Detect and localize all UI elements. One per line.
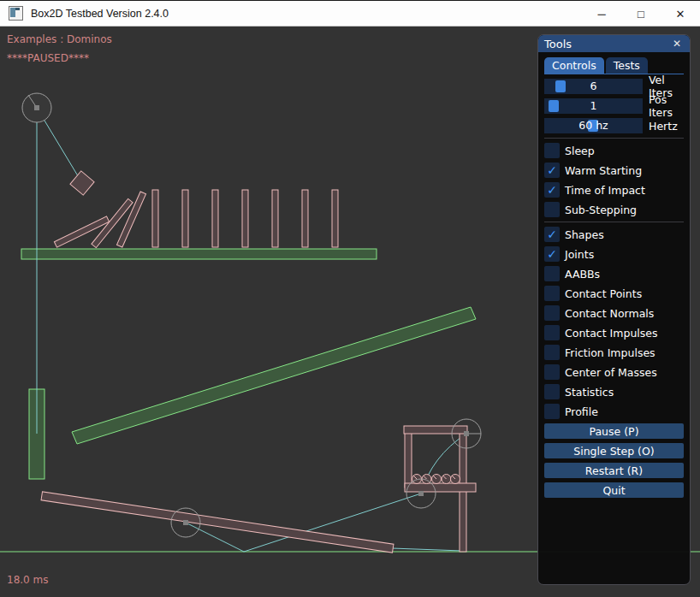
slider-track-hertz[interactable]: 60 hz bbox=[544, 118, 643, 133]
slider-row-hertz: 60 hzHertz bbox=[544, 118, 684, 133]
checkbox-label: AABBs bbox=[565, 268, 600, 281]
domino-fallen-3 bbox=[116, 192, 145, 247]
window-titlebar: Box2D Testbed Version 2.4.0 ─ □ ✕ bbox=[0, 0, 700, 27]
checkbox-time-of-impact[interactable]: ✓ bbox=[544, 182, 560, 198]
checkbox-contact-points[interactable] bbox=[544, 286, 560, 301]
fallen-dominoes[interactable] bbox=[54, 192, 145, 248]
checkbox-row-contact-points: Contact Points bbox=[544, 286, 684, 301]
example-title: Examples : Dominos bbox=[7, 33, 112, 45]
checkbox-label: Shapes bbox=[565, 228, 604, 241]
restart-r-button[interactable]: Restart (R) bbox=[544, 463, 684, 478]
checkbox-label: Statistics bbox=[565, 386, 614, 399]
checkbox-profile[interactable] bbox=[544, 404, 560, 419]
slider-label: Hertz bbox=[649, 120, 678, 133]
draw-checkbox-group: ✓Shapes✓JointsAABBsContact PointsContact… bbox=[544, 227, 684, 419]
maximize-button[interactable]: □ bbox=[621, 1, 661, 27]
separator bbox=[544, 138, 684, 139]
checkbox-label: Time of Impact bbox=[565, 184, 645, 197]
domino-standing-7 bbox=[332, 190, 338, 247]
joint-anchor-marker bbox=[34, 105, 39, 110]
checkbox-sleep[interactable] bbox=[544, 143, 560, 158]
tab-bar: ControlsTests bbox=[544, 57, 684, 74]
minimize-button[interactable]: ─ bbox=[582, 1, 621, 27]
checkbox-statistics[interactable] bbox=[544, 384, 560, 399]
checkbox-row-sub-stepping: Sub-Stepping bbox=[544, 202, 684, 217]
checkbox-aabbs[interactable] bbox=[544, 266, 560, 281]
slider-row-vel-iters: 6Vel Iters bbox=[544, 79, 684, 94]
tools-panel-title: Tools bbox=[544, 38, 670, 50]
tools-panel: Tools ✕ ControlsTests 6Vel Iters1Pos Ite… bbox=[537, 34, 691, 585]
checkbox-label: Profile bbox=[565, 405, 598, 418]
checkbox-label: Warm Starting bbox=[565, 164, 642, 177]
panel-close-icon[interactable]: ✕ bbox=[670, 37, 684, 50]
domino-standing-4 bbox=[242, 190, 248, 247]
checkbox-row-statistics: Statistics bbox=[544, 384, 684, 399]
checkbox-label: Center of Masses bbox=[565, 366, 657, 379]
joint-anchor-marker bbox=[183, 520, 188, 525]
slider-value: 1 bbox=[544, 98, 643, 114]
checkbox-shapes[interactable]: ✓ bbox=[544, 227, 560, 242]
checkmark-icon: ✓ bbox=[547, 227, 557, 242]
slider-label: Pos Iters bbox=[649, 93, 684, 119]
swinging-box-body[interactable] bbox=[70, 171, 94, 195]
checkbox-friction-impulses[interactable] bbox=[544, 345, 560, 360]
window-title: Box2D Testbed Version 2.4.0 bbox=[31, 8, 169, 20]
checkbox-sub-stepping[interactable] bbox=[544, 202, 560, 217]
frame-shelf bbox=[405, 483, 476, 492]
checkbox-row-profile: Profile bbox=[544, 404, 684, 419]
checkbox-label: Contact Points bbox=[565, 287, 642, 300]
joint-line-ground-link bbox=[392, 548, 462, 551]
simulation-checkbox-group: Sleep✓Warm Starting✓Time of ImpactSub-St… bbox=[544, 143, 684, 217]
checkbox-center-of-masses[interactable] bbox=[544, 364, 560, 380]
seesaw-plank-body[interactable] bbox=[41, 492, 394, 553]
checkmark-icon: ✓ bbox=[547, 182, 557, 198]
checkmark-icon: ✓ bbox=[547, 246, 557, 262]
domino-standing-1 bbox=[152, 190, 158, 247]
domino-standing-5 bbox=[272, 190, 278, 247]
checkbox-row-contact-normals: Contact Normals bbox=[544, 305, 684, 321]
checkbox-contact-normals[interactable] bbox=[544, 305, 560, 321]
joint-anchor-marker bbox=[418, 491, 424, 496]
checkbox-row-sleep: Sleep bbox=[544, 143, 684, 158]
checkbox-row-contact-impulses: Contact Impulses bbox=[544, 325, 684, 340]
checkbox-row-shapes: ✓Shapes bbox=[544, 227, 684, 242]
static-shelf bbox=[21, 249, 377, 259]
checkbox-label: Sub-Stepping bbox=[565, 204, 637, 216]
checkbox-label: Friction Impulses bbox=[565, 346, 656, 359]
slider-section: 6Vel Iters1Pos Iters60 hzHertz bbox=[544, 79, 684, 133]
paused-status: ****PAUSED**** bbox=[7, 52, 89, 64]
separator bbox=[544, 222, 684, 222]
slider-track-vel-iters[interactable]: 6 bbox=[544, 79, 643, 94]
frame-top-bar bbox=[404, 426, 467, 434]
checkbox-row-aabbs: AABBs bbox=[544, 266, 684, 281]
app-icon bbox=[9, 6, 23, 21]
domino-standing-6 bbox=[302, 190, 308, 247]
checkbox-warm-starting[interactable]: ✓ bbox=[544, 163, 560, 178]
close-button[interactable]: ✕ bbox=[661, 1, 700, 27]
checkmark-icon: ✓ bbox=[547, 163, 557, 178]
frame-time-readout: 18.0 ms bbox=[7, 574, 48, 586]
standing-dominoes[interactable] bbox=[152, 190, 338, 247]
checkbox-row-time-of-impact: ✓Time of Impact bbox=[544, 182, 684, 198]
frame-structure-body[interactable] bbox=[404, 426, 476, 552]
application-window: { "window": { "title": "Box2D Testbed Ve… bbox=[0, 0, 700, 597]
domino-standing-2 bbox=[182, 190, 188, 247]
slider-value: 60 hz bbox=[544, 118, 643, 133]
checkbox-joints[interactable]: ✓ bbox=[544, 246, 560, 262]
checkbox-label: Sleep bbox=[565, 145, 595, 157]
slider-track-pos-iters[interactable]: 1 bbox=[544, 98, 643, 114]
tab-tests[interactable]: Tests bbox=[606, 57, 648, 74]
checkbox-contact-impulses[interactable] bbox=[544, 325, 560, 340]
pause-p-button[interactable]: Pause (P) bbox=[544, 423, 684, 439]
checkbox-row-friction-impulses: Friction Impulses bbox=[544, 345, 684, 360]
tools-panel-titlebar[interactable]: Tools ✕ bbox=[538, 35, 690, 52]
checkbox-label: Contact Impulses bbox=[565, 327, 658, 340]
tab-controls[interactable]: Controls bbox=[544, 57, 604, 74]
checkbox-row-warm-starting: ✓Warm Starting bbox=[544, 163, 684, 178]
slider-row-pos-iters: 1Pos Iters bbox=[544, 98, 684, 114]
checkbox-row-joints: ✓Joints bbox=[544, 246, 684, 262]
checkbox-label: Contact Normals bbox=[565, 307, 654, 320]
quit-button[interactable]: Quit bbox=[544, 482, 684, 498]
single-step-o-button[interactable]: Single Step (O) bbox=[544, 443, 684, 458]
slider-value: 6 bbox=[544, 79, 643, 94]
